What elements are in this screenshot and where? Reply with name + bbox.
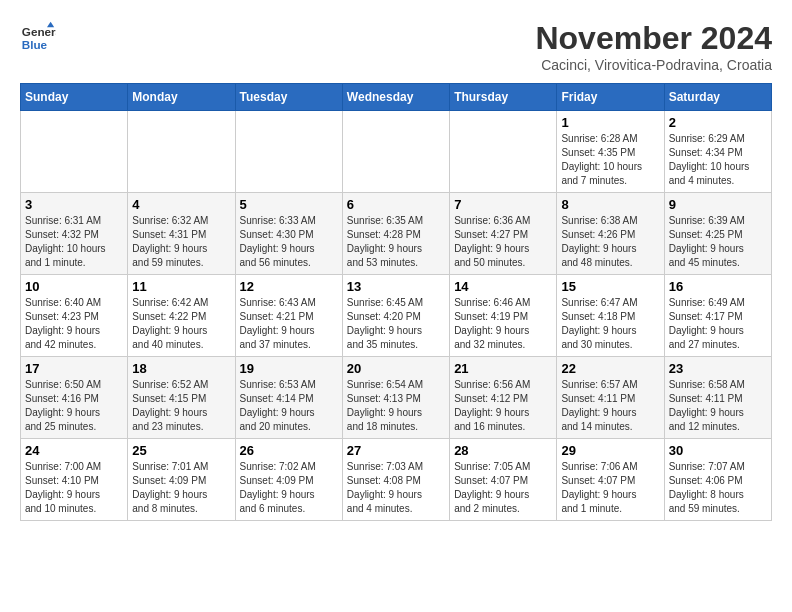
weekday-header-saturday: Saturday bbox=[664, 84, 771, 111]
day-number: 18 bbox=[132, 361, 230, 376]
day-info: Sunrise: 6:47 AM Sunset: 4:18 PM Dayligh… bbox=[561, 296, 659, 352]
calendar-cell: 1Sunrise: 6:28 AM Sunset: 4:35 PM Daylig… bbox=[557, 111, 664, 193]
calendar-cell bbox=[128, 111, 235, 193]
weekday-header-thursday: Thursday bbox=[450, 84, 557, 111]
day-info: Sunrise: 6:52 AM Sunset: 4:15 PM Dayligh… bbox=[132, 378, 230, 434]
header: General Blue November 2024 Cacinci, Viro… bbox=[20, 20, 772, 73]
calendar-cell bbox=[450, 111, 557, 193]
calendar-cell: 26Sunrise: 7:02 AM Sunset: 4:09 PM Dayli… bbox=[235, 439, 342, 521]
day-info: Sunrise: 7:07 AM Sunset: 4:06 PM Dayligh… bbox=[669, 460, 767, 516]
day-number: 22 bbox=[561, 361, 659, 376]
day-number: 25 bbox=[132, 443, 230, 458]
day-number: 11 bbox=[132, 279, 230, 294]
day-number: 15 bbox=[561, 279, 659, 294]
weekday-header-wednesday: Wednesday bbox=[342, 84, 449, 111]
day-info: Sunrise: 7:03 AM Sunset: 4:08 PM Dayligh… bbox=[347, 460, 445, 516]
day-number: 29 bbox=[561, 443, 659, 458]
calendar-cell: 12Sunrise: 6:43 AM Sunset: 4:21 PM Dayli… bbox=[235, 275, 342, 357]
day-info: Sunrise: 7:01 AM Sunset: 4:09 PM Dayligh… bbox=[132, 460, 230, 516]
day-info: Sunrise: 6:45 AM Sunset: 4:20 PM Dayligh… bbox=[347, 296, 445, 352]
calendar-table: SundayMondayTuesdayWednesdayThursdayFrid… bbox=[20, 83, 772, 521]
calendar-cell: 7Sunrise: 6:36 AM Sunset: 4:27 PM Daylig… bbox=[450, 193, 557, 275]
day-info: Sunrise: 6:39 AM Sunset: 4:25 PM Dayligh… bbox=[669, 214, 767, 270]
weekday-header-monday: Monday bbox=[128, 84, 235, 111]
day-number: 9 bbox=[669, 197, 767, 212]
calendar-cell: 21Sunrise: 6:56 AM Sunset: 4:12 PM Dayli… bbox=[450, 357, 557, 439]
calendar-week-1: 3Sunrise: 6:31 AM Sunset: 4:32 PM Daylig… bbox=[21, 193, 772, 275]
calendar-cell: 16Sunrise: 6:49 AM Sunset: 4:17 PM Dayli… bbox=[664, 275, 771, 357]
calendar-cell: 13Sunrise: 6:45 AM Sunset: 4:20 PM Dayli… bbox=[342, 275, 449, 357]
calendar-header: SundayMondayTuesdayWednesdayThursdayFrid… bbox=[21, 84, 772, 111]
day-info: Sunrise: 6:50 AM Sunset: 4:16 PM Dayligh… bbox=[25, 378, 123, 434]
day-number: 28 bbox=[454, 443, 552, 458]
day-number: 3 bbox=[25, 197, 123, 212]
day-info: Sunrise: 7:06 AM Sunset: 4:07 PM Dayligh… bbox=[561, 460, 659, 516]
day-number: 17 bbox=[25, 361, 123, 376]
day-number: 21 bbox=[454, 361, 552, 376]
day-number: 5 bbox=[240, 197, 338, 212]
day-info: Sunrise: 6:28 AM Sunset: 4:35 PM Dayligh… bbox=[561, 132, 659, 188]
calendar-cell: 4Sunrise: 6:32 AM Sunset: 4:31 PM Daylig… bbox=[128, 193, 235, 275]
day-number: 7 bbox=[454, 197, 552, 212]
weekday-header-sunday: Sunday bbox=[21, 84, 128, 111]
day-number: 8 bbox=[561, 197, 659, 212]
day-info: Sunrise: 6:36 AM Sunset: 4:27 PM Dayligh… bbox=[454, 214, 552, 270]
day-info: Sunrise: 6:53 AM Sunset: 4:14 PM Dayligh… bbox=[240, 378, 338, 434]
calendar-cell: 24Sunrise: 7:00 AM Sunset: 4:10 PM Dayli… bbox=[21, 439, 128, 521]
calendar-cell: 23Sunrise: 6:58 AM Sunset: 4:11 PM Dayli… bbox=[664, 357, 771, 439]
calendar-cell: 3Sunrise: 6:31 AM Sunset: 4:32 PM Daylig… bbox=[21, 193, 128, 275]
calendar-cell: 6Sunrise: 6:35 AM Sunset: 4:28 PM Daylig… bbox=[342, 193, 449, 275]
day-info: Sunrise: 6:40 AM Sunset: 4:23 PM Dayligh… bbox=[25, 296, 123, 352]
day-info: Sunrise: 6:35 AM Sunset: 4:28 PM Dayligh… bbox=[347, 214, 445, 270]
day-info: Sunrise: 7:02 AM Sunset: 4:09 PM Dayligh… bbox=[240, 460, 338, 516]
day-info: Sunrise: 6:54 AM Sunset: 4:13 PM Dayligh… bbox=[347, 378, 445, 434]
day-info: Sunrise: 6:29 AM Sunset: 4:34 PM Dayligh… bbox=[669, 132, 767, 188]
calendar-cell: 22Sunrise: 6:57 AM Sunset: 4:11 PM Dayli… bbox=[557, 357, 664, 439]
calendar-cell: 20Sunrise: 6:54 AM Sunset: 4:13 PM Dayli… bbox=[342, 357, 449, 439]
month-year-title: November 2024 bbox=[535, 20, 772, 57]
calendar-cell bbox=[342, 111, 449, 193]
calendar-week-0: 1Sunrise: 6:28 AM Sunset: 4:35 PM Daylig… bbox=[21, 111, 772, 193]
day-number: 10 bbox=[25, 279, 123, 294]
weekday-header-tuesday: Tuesday bbox=[235, 84, 342, 111]
day-info: Sunrise: 6:58 AM Sunset: 4:11 PM Dayligh… bbox=[669, 378, 767, 434]
weekday-header-friday: Friday bbox=[557, 84, 664, 111]
calendar-cell: 29Sunrise: 7:06 AM Sunset: 4:07 PM Dayli… bbox=[557, 439, 664, 521]
day-number: 27 bbox=[347, 443, 445, 458]
location-subtitle: Cacinci, Virovitica-Podravina, Croatia bbox=[535, 57, 772, 73]
calendar-cell bbox=[21, 111, 128, 193]
logo: General Blue bbox=[20, 20, 56, 56]
calendar-cell: 10Sunrise: 6:40 AM Sunset: 4:23 PM Dayli… bbox=[21, 275, 128, 357]
calendar-week-4: 24Sunrise: 7:00 AM Sunset: 4:10 PM Dayli… bbox=[21, 439, 772, 521]
day-number: 14 bbox=[454, 279, 552, 294]
day-info: Sunrise: 6:38 AM Sunset: 4:26 PM Dayligh… bbox=[561, 214, 659, 270]
day-info: Sunrise: 6:57 AM Sunset: 4:11 PM Dayligh… bbox=[561, 378, 659, 434]
logo-icon: General Blue bbox=[20, 20, 56, 56]
calendar-cell: 17Sunrise: 6:50 AM Sunset: 4:16 PM Dayli… bbox=[21, 357, 128, 439]
calendar-cell: 19Sunrise: 6:53 AM Sunset: 4:14 PM Dayli… bbox=[235, 357, 342, 439]
day-number: 2 bbox=[669, 115, 767, 130]
day-info: Sunrise: 6:42 AM Sunset: 4:22 PM Dayligh… bbox=[132, 296, 230, 352]
day-number: 16 bbox=[669, 279, 767, 294]
day-number: 1 bbox=[561, 115, 659, 130]
calendar-cell: 14Sunrise: 6:46 AM Sunset: 4:19 PM Dayli… bbox=[450, 275, 557, 357]
day-info: Sunrise: 6:56 AM Sunset: 4:12 PM Dayligh… bbox=[454, 378, 552, 434]
day-number: 19 bbox=[240, 361, 338, 376]
day-number: 26 bbox=[240, 443, 338, 458]
day-info: Sunrise: 6:49 AM Sunset: 4:17 PM Dayligh… bbox=[669, 296, 767, 352]
day-number: 30 bbox=[669, 443, 767, 458]
day-info: Sunrise: 6:43 AM Sunset: 4:21 PM Dayligh… bbox=[240, 296, 338, 352]
calendar-cell: 2Sunrise: 6:29 AM Sunset: 4:34 PM Daylig… bbox=[664, 111, 771, 193]
day-number: 20 bbox=[347, 361, 445, 376]
day-info: Sunrise: 6:32 AM Sunset: 4:31 PM Dayligh… bbox=[132, 214, 230, 270]
calendar-week-3: 17Sunrise: 6:50 AM Sunset: 4:16 PM Dayli… bbox=[21, 357, 772, 439]
calendar-cell: 8Sunrise: 6:38 AM Sunset: 4:26 PM Daylig… bbox=[557, 193, 664, 275]
svg-text:Blue: Blue bbox=[22, 38, 48, 51]
day-number: 24 bbox=[25, 443, 123, 458]
day-number: 4 bbox=[132, 197, 230, 212]
day-info: Sunrise: 6:31 AM Sunset: 4:32 PM Dayligh… bbox=[25, 214, 123, 270]
calendar-cell: 9Sunrise: 6:39 AM Sunset: 4:25 PM Daylig… bbox=[664, 193, 771, 275]
day-number: 23 bbox=[669, 361, 767, 376]
weekday-row: SundayMondayTuesdayWednesdayThursdayFrid… bbox=[21, 84, 772, 111]
day-info: Sunrise: 7:00 AM Sunset: 4:10 PM Dayligh… bbox=[25, 460, 123, 516]
